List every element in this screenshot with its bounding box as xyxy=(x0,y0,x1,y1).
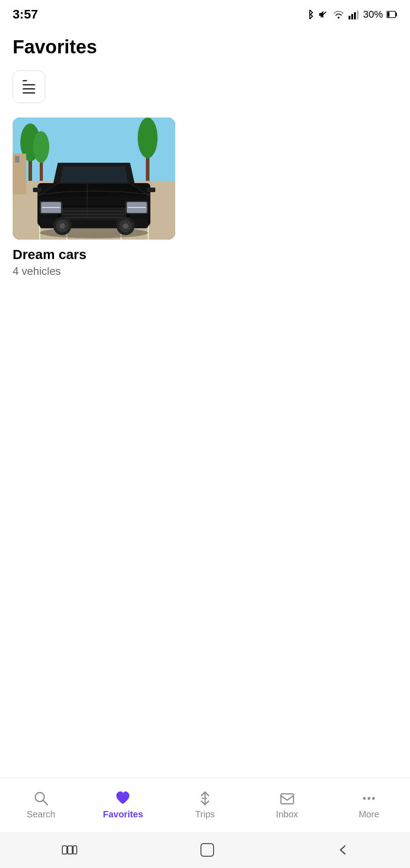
view-toggle-button[interactable] xyxy=(13,71,45,103)
collection-info: Dream cars 4 vehicles xyxy=(13,247,175,278)
back-icon xyxy=(337,844,349,856)
nav-item-trips[interactable]: Trips xyxy=(164,790,246,820)
svg-rect-52 xyxy=(62,846,67,854)
system-nav xyxy=(0,832,410,868)
recent-apps-icon xyxy=(61,844,78,856)
home-icon xyxy=(200,843,214,857)
trips-nav-icon xyxy=(197,790,213,807)
inbox-nav-icon xyxy=(279,790,295,807)
status-time: 3:57 xyxy=(13,7,38,22)
svg-point-50 xyxy=(368,797,370,800)
system-back-button[interactable] xyxy=(337,844,349,856)
nav-item-inbox[interactable]: Inbox xyxy=(246,790,328,820)
nav-label-more: More xyxy=(359,809,379,820)
battery-icon xyxy=(387,10,397,19)
wifi-icon xyxy=(332,9,345,19)
svg-point-19 xyxy=(138,118,158,158)
status-bar: 3:57 30% xyxy=(0,0,410,27)
nav-item-more[interactable]: More xyxy=(328,790,410,820)
svg-rect-2 xyxy=(351,14,353,19)
main-content: Favorites xyxy=(0,27,410,278)
svg-rect-6 xyxy=(396,13,397,16)
svg-point-51 xyxy=(372,797,375,800)
svg-point-38 xyxy=(60,223,65,229)
collection-title: Dream cars xyxy=(13,247,175,262)
svg-point-41 xyxy=(123,223,128,229)
car-image-svg xyxy=(13,118,175,240)
svg-rect-48 xyxy=(281,794,294,804)
collection-vehicle-count: 4 vehicles xyxy=(13,265,175,278)
svg-rect-53 xyxy=(68,846,72,854)
nav-item-favorites[interactable]: Favorites xyxy=(82,790,164,820)
svg-rect-7 xyxy=(387,12,390,17)
collection-image xyxy=(13,118,175,240)
svg-rect-21 xyxy=(15,156,19,163)
system-recent-button[interactable] xyxy=(61,844,78,856)
svg-rect-4 xyxy=(357,10,359,19)
status-icons: 30% xyxy=(305,9,397,20)
svg-line-46 xyxy=(43,800,47,805)
nav-label-inbox: Inbox xyxy=(276,809,298,820)
system-home-button[interactable] xyxy=(200,843,214,857)
signal-icon xyxy=(349,9,359,19)
svg-point-49 xyxy=(363,797,366,800)
svg-rect-54 xyxy=(73,846,77,854)
svg-rect-43 xyxy=(33,188,41,192)
mute-icon xyxy=(318,9,329,20)
bluetooth-icon xyxy=(305,9,314,20)
battery-text: 30% xyxy=(363,9,383,20)
more-nav-icon xyxy=(361,790,377,807)
nav-label-favorites: Favorites xyxy=(103,809,143,820)
favorites-nav-icon xyxy=(115,790,131,807)
svg-rect-55 xyxy=(201,844,214,856)
svg-rect-44 xyxy=(147,188,155,192)
bottom-nav: Search Favorites Trips Inbox More xyxy=(0,778,410,832)
nav-label-trips: Trips xyxy=(195,809,215,820)
nav-label-search: Search xyxy=(27,809,55,820)
search-nav-icon xyxy=(33,790,49,807)
svg-rect-1 xyxy=(349,16,350,19)
collection-card[interactable]: Dream cars 4 vehicles xyxy=(13,118,175,278)
svg-point-17 xyxy=(33,131,49,163)
page-title: Favorites xyxy=(13,36,397,58)
list-view-icon xyxy=(23,80,35,94)
nav-item-search[interactable]: Search xyxy=(0,790,82,820)
svg-rect-3 xyxy=(354,12,356,19)
